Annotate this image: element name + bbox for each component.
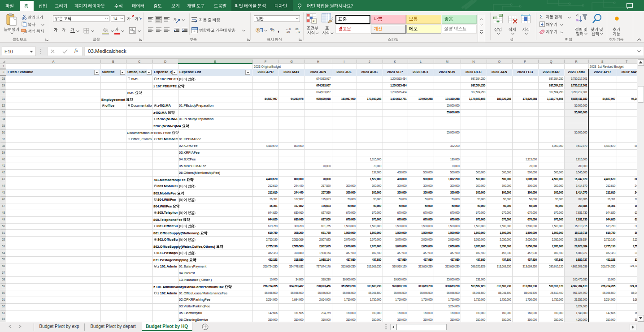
svg-text:.00: .00 [286,30,290,33]
svg-text:≠: ≠ [313,19,315,23]
svg-text:$: $ [257,29,259,32]
svg-text:→.0: →.0 [295,30,300,33]
